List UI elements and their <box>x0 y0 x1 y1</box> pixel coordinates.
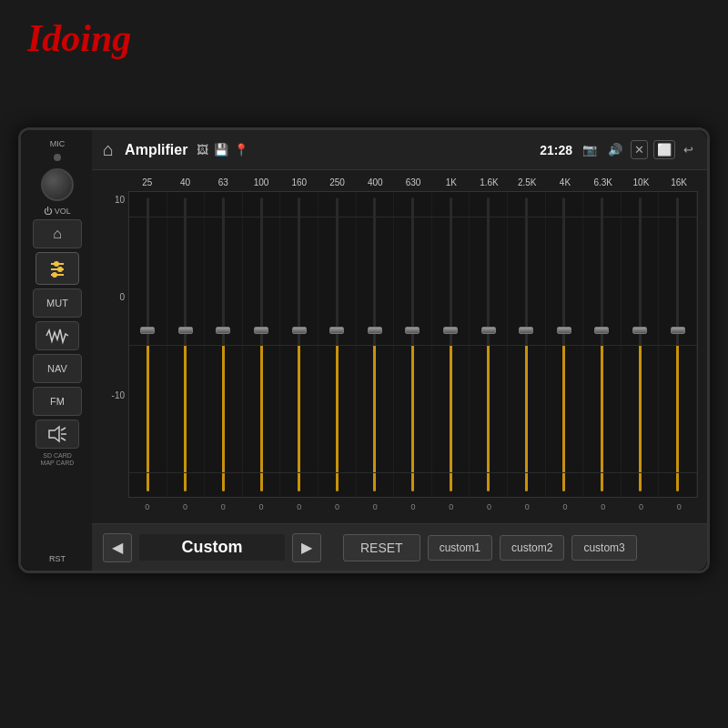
band-track-10K <box>639 197 642 491</box>
freq-label-250: 250 <box>318 177 357 187</box>
band-handle-63[interactable] <box>216 327 230 334</box>
main-screen: ⌂ Amplifier 🖼 💾 📍 21:28 📷 🔊 ✕ ⬜ ↩ <box>92 130 707 571</box>
band-handle-10K[interactable] <box>632 327 647 334</box>
volume-knob[interactable] <box>41 168 74 201</box>
freq-label-25: 25 <box>128 177 167 187</box>
freq-label-2.5K: 2.5K <box>508 177 546 187</box>
svg-point-3 <box>57 267 63 272</box>
eq-band-1.6K[interactable] <box>470 192 508 497</box>
band-handle-25[interactable] <box>140 327 155 334</box>
next-preset-button[interactable]: ▶ <box>292 533 321 562</box>
status-right-icons: 📷 🔊 ✕ ⬜ ↩ <box>580 140 696 159</box>
band-value-630: 0 <box>394 498 432 516</box>
vol-label: ⏻ VOL <box>44 207 71 216</box>
eq-band-250[interactable] <box>318 192 357 497</box>
time-display: 21:28 <box>540 143 572 157</box>
back-icon[interactable]: ↩ <box>681 141 696 158</box>
band-handle-16K[interactable] <box>671 327 685 334</box>
preset-name: Custom <box>139 534 285 561</box>
home-button[interactable]: ⌂ <box>33 219 82 248</box>
mute-button[interactable]: MUT <box>33 288 82 318</box>
window-icon[interactable]: ⬜ <box>653 140 675 159</box>
location-icon: 📍 <box>234 143 248 157</box>
band-track-6.3K <box>601 197 603 491</box>
band-handle-630[interactable] <box>405 327 420 334</box>
eq-icon-button[interactable] <box>35 252 79 285</box>
eq-grid-wrapper: 10 0 -10 0 000000000000000 <box>101 191 698 516</box>
custom2-button[interactable]: custom2 <box>500 535 564 561</box>
mic-label: MIC <box>50 139 66 148</box>
custom1-button[interactable]: custom1 <box>428 535 492 561</box>
volume-icon[interactable]: 🔊 <box>605 141 625 158</box>
band-handle-250[interactable] <box>329 327 344 334</box>
band-value-1.6K: 0 <box>470 498 509 516</box>
band-value-6.3K: 0 <box>584 498 622 516</box>
band-handle-2.5K[interactable] <box>519 327 533 334</box>
band-handle-1.6K[interactable] <box>481 327 496 334</box>
band-handle-100[interactable] <box>254 327 268 334</box>
eq-band-40[interactable] <box>167 192 206 497</box>
speaker-button[interactable] <box>35 420 79 449</box>
status-icons: 🖼 💾 📍 <box>197 143 540 157</box>
sd-card-label: SD CARDMAP CARD <box>41 452 75 468</box>
eq-values-row: 000000000000000 <box>128 498 698 516</box>
waveform-button[interactable] <box>35 321 79 350</box>
home-icon[interactable]: ⌂ <box>103 139 114 160</box>
freq-label-16K: 16K <box>660 177 698 187</box>
freq-label-40: 40 <box>167 177 205 187</box>
band-track-250 <box>336 197 339 491</box>
eq-band-400[interactable] <box>357 192 395 497</box>
freq-label-63: 63 <box>204 177 242 187</box>
band-track-16K <box>676 197 679 491</box>
save-icon: 💾 <box>214 143 228 157</box>
brand-logo: Idoing <box>27 16 131 60</box>
svg-point-5 <box>52 272 57 278</box>
bottom-controls: ◀ Custom ▶ RESET custom1 custom2 custom3 <box>92 523 707 571</box>
band-handle-1K[interactable] <box>443 327 458 334</box>
eq-bands-container <box>128 191 698 498</box>
band-value-63: 0 <box>204 498 242 516</box>
eq-band-1K[interactable] <box>432 192 470 497</box>
band-handle-160[interactable] <box>292 327 307 334</box>
custom3-button[interactable]: custom3 <box>571 535 636 561</box>
freq-label-6.3K: 6.3K <box>584 177 622 187</box>
band-value-16K: 0 <box>660 498 698 516</box>
eq-band-160[interactable] <box>280 192 318 497</box>
band-handle-6.3K[interactable] <box>594 327 609 334</box>
band-handle-40[interactable] <box>178 327 193 334</box>
eq-band-10K[interactable] <box>622 192 660 497</box>
nav-button[interactable]: NAV <box>33 354 82 383</box>
y-label-minus10: -10 <box>101 390 128 400</box>
eq-band-6.3K[interactable] <box>583 192 622 497</box>
camera-icon[interactable]: 📷 <box>580 141 600 158</box>
eq-band-16K[interactable] <box>659 192 697 497</box>
eq-bands-wrapper: 000000000000000 <box>128 191 698 516</box>
rst-label: RST <box>49 554 66 563</box>
reset-button[interactable]: RESET <box>343 534 420 561</box>
prev-preset-button[interactable]: ◀ <box>103 533 132 562</box>
eq-band-4K[interactable] <box>546 192 584 497</box>
y-axis: 10 0 -10 0 <box>101 191 128 516</box>
eq-band-100[interactable] <box>243 192 281 497</box>
band-track-160 <box>298 197 300 491</box>
eq-band-63[interactable] <box>205 192 243 497</box>
band-handle-4K[interactable] <box>557 327 571 334</box>
fm-button[interactable]: FM <box>33 387 82 416</box>
freq-label-630: 630 <box>394 177 432 187</box>
eq-band-630[interactable] <box>394 192 432 497</box>
y-label-10: 10 <box>101 195 128 205</box>
band-track-400 <box>373 197 376 491</box>
band-track-2.5K <box>525 197 528 491</box>
close-icon[interactable]: ✕ <box>631 140 648 159</box>
eq-band-2.5K[interactable] <box>508 192 546 497</box>
eq-band-25[interactable] <box>129 192 167 497</box>
band-value-400: 0 <box>356 498 394 516</box>
svg-point-1 <box>54 261 59 267</box>
freq-label-100: 100 <box>242 177 280 187</box>
band-track-100 <box>260 197 263 491</box>
band-handle-400[interactable] <box>368 327 382 334</box>
freq-label-10K: 10K <box>622 177 661 187</box>
status-bar: ⌂ Amplifier 🖼 💾 📍 21:28 📷 🔊 ✕ ⬜ ↩ <box>92 130 707 170</box>
band-value-100: 0 <box>242 498 280 516</box>
amplifier-title: Amplifier <box>125 142 187 158</box>
